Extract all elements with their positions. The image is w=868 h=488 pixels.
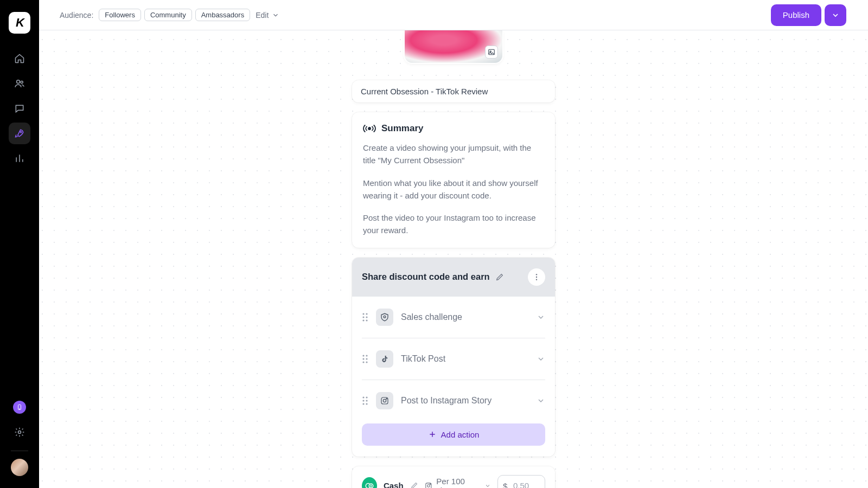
pencil-icon [410, 481, 418, 488]
svg-point-28 [366, 400, 367, 401]
action-label: Sales challenge [401, 312, 462, 322]
svg-point-17 [366, 319, 367, 321]
sidebar-divider [11, 451, 28, 451]
dots-vertical-icon [532, 273, 541, 281]
action-row-instagram-story[interactable]: Post to Instagram Story [362, 380, 545, 421]
sidebar-bottom [0, 401, 39, 476]
action-row-sales-challenge[interactable]: Sales challenge [362, 297, 545, 338]
expand-action-button[interactable] [537, 396, 545, 405]
svg-point-2 [20, 131, 22, 133]
svg-point-9 [536, 274, 537, 275]
home-icon [14, 53, 25, 64]
edit-heading-button[interactable] [495, 273, 504, 281]
sidebar-item-analytics[interactable] [9, 147, 30, 169]
svg-point-37 [427, 484, 430, 487]
audience-edit-link[interactable]: Edit [256, 11, 279, 20]
chevron-down-icon [537, 355, 545, 363]
drag-icon [362, 312, 368, 322]
svg-point-19 [362, 355, 364, 356]
svg-point-22 [366, 358, 367, 359]
actions-header: Share discount code and earn [352, 258, 555, 297]
svg-point-11 [536, 279, 537, 280]
svg-point-5 [18, 431, 21, 434]
add-action-button[interactable]: Add action [362, 423, 545, 446]
audience-tag-community[interactable]: Community [144, 9, 192, 21]
editor-column: Current Obsession - TikTok Review Summar… [352, 80, 555, 488]
action-list: Sales challenge TikTok Post [352, 297, 555, 421]
svg-point-8 [368, 127, 371, 130]
chevron-down-icon [484, 482, 491, 489]
plus-icon [428, 430, 437, 439]
user-avatar[interactable] [11, 459, 28, 476]
sidebar-item-settings[interactable] [9, 421, 30, 443]
change-image-button[interactable] [485, 46, 498, 59]
publish-dropdown-button[interactable] [825, 4, 846, 26]
shield-icon [376, 309, 393, 326]
svg-point-13 [366, 313, 367, 314]
mobile-preview-button[interactable] [13, 401, 26, 414]
topbar: Audience: Followers Community Ambassador… [39, 0, 868, 30]
actions-heading: Share discount code and earn [362, 272, 490, 282]
sidebar-item-people[interactable] [9, 73, 30, 94]
chevron-down-icon [272, 11, 279, 19]
svg-point-38 [430, 484, 430, 484]
publish-button[interactable]: Publish [771, 4, 821, 26]
tiktok-icon [376, 350, 393, 368]
reward-type-label: Cash [384, 481, 404, 488]
svg-point-0 [17, 80, 20, 84]
chevron-down-icon [537, 396, 545, 405]
logo-glyph: K [16, 16, 23, 30]
summary-body[interactable]: Create a video showing your jumpsuit, wi… [363, 142, 544, 237]
audience-tag-followers[interactable]: Followers [99, 9, 141, 21]
action-row-tiktok-post[interactable]: TikTok Post [362, 338, 545, 380]
gear-icon [14, 427, 25, 438]
drag-handle[interactable] [362, 354, 368, 364]
sidebar-item-chat[interactable] [9, 98, 30, 119]
drag-icon [362, 354, 368, 364]
summary-paragraph: Mention what you like about it and show … [363, 177, 544, 202]
svg-point-27 [362, 400, 364, 401]
drag-handle[interactable] [362, 312, 368, 322]
cash-badge [362, 477, 377, 489]
edit-reward-button[interactable] [410, 481, 418, 488]
svg-point-4 [20, 409, 20, 409]
expand-action-button[interactable] [537, 313, 545, 322]
chat-icon [14, 103, 25, 114]
campaign-title-field[interactable]: Current Obsession - TikTok Review [352, 80, 555, 102]
summary-card: Summary Create a video showing your jump… [352, 112, 555, 248]
pencil-icon [495, 273, 504, 281]
phone-icon [16, 404, 23, 410]
svg-point-33 [386, 398, 387, 399]
editor-canvas[interactable]: Current Obsession - TikTok Review Summar… [39, 30, 868, 488]
action-label: Post to Instagram Story [401, 396, 492, 406]
reward-metric-selector[interactable]: Per 100 views [425, 477, 491, 489]
svg-point-1 [21, 81, 23, 83]
reward-amount-wrap: $ [497, 475, 545, 489]
svg-point-32 [383, 399, 386, 402]
svg-point-21 [362, 358, 364, 359]
sidebar: K [0, 0, 39, 488]
sidebar-item-campaigns[interactable] [9, 123, 30, 144]
svg-point-26 [366, 396, 367, 398]
reward-metric-label: Per 100 views [436, 477, 480, 489]
actions-more-button[interactable] [528, 268, 545, 286]
instagram-icon [376, 392, 393, 409]
drag-icon [362, 396, 368, 406]
broadcast-icon [363, 123, 376, 134]
hero-image-preview [405, 30, 502, 63]
svg-point-15 [366, 316, 367, 318]
svg-point-12 [362, 313, 364, 314]
sidebar-item-home[interactable] [9, 48, 30, 69]
chevron-down-icon [537, 313, 545, 322]
svg-point-24 [366, 361, 367, 363]
rocket-icon [14, 128, 25, 139]
svg-point-16 [362, 319, 364, 321]
audience-tag-ambassadors[interactable]: Ambassadors [195, 9, 250, 21]
svg-point-23 [362, 361, 364, 363]
svg-point-18 [384, 316, 386, 318]
svg-point-29 [362, 403, 364, 404]
brand-logo[interactable]: K [9, 12, 30, 34]
expand-action-button[interactable] [537, 355, 545, 363]
summary-heading: Summary [381, 123, 423, 134]
drag-handle[interactable] [362, 396, 368, 406]
